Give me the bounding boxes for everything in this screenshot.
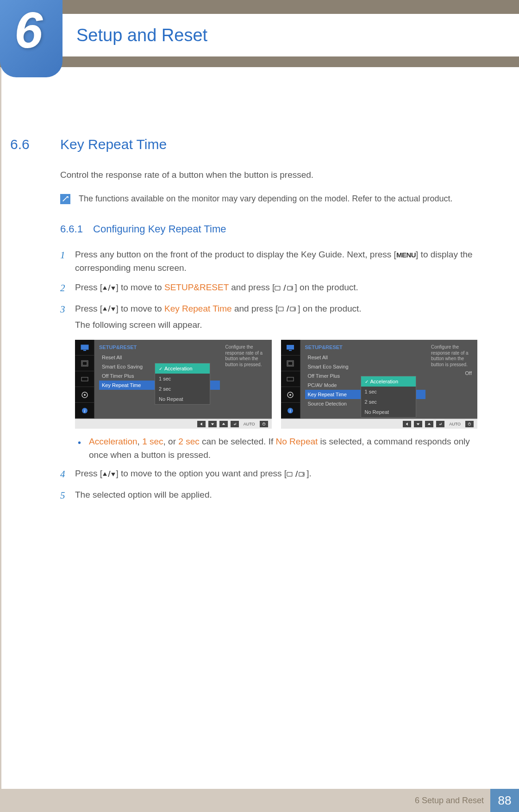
osd-popup-item: 2 sec	[155, 384, 210, 394]
svg-rect-5	[83, 350, 86, 351]
enter-icon: /	[287, 468, 306, 481]
osd-popup-item-selected: Acceleration	[155, 363, 210, 374]
up-down-icon: /	[102, 468, 116, 481]
info-icon: i	[75, 403, 94, 418]
osd-help-panel: Configure the response rate of a button …	[222, 340, 272, 418]
settings-icon	[75, 387, 94, 403]
header-bar: 6 Setup and Reset	[0, 0, 519, 67]
down-button-icon	[208, 421, 217, 427]
up-down-icon: /	[102, 281, 116, 295]
section-heading: 6.6 Key Repeat Time	[0, 137, 477, 152]
subsection-heading: 6.6.1 Configuring Key Repeat Time	[60, 223, 477, 235]
enter-button-icon	[231, 421, 239, 427]
step-number: 3	[60, 302, 75, 332]
step-text: Press [	[75, 304, 102, 313]
option-1sec: 1 sec	[142, 437, 163, 446]
step-2: 2 Press [/] to move to SETUP&RESET and p…	[60, 281, 477, 296]
screen-icon	[75, 371, 94, 387]
enter-button-icon	[436, 421, 444, 427]
step-text: ] to move to	[116, 304, 164, 313]
up-button-icon	[219, 421, 228, 427]
monitor-icon	[75, 340, 94, 356]
footer: 6 Setup and Reset 88	[0, 789, 519, 812]
note-icon	[60, 194, 70, 204]
osd-popup-item: No Repeat	[155, 394, 210, 404]
svg-rect-27	[299, 472, 304, 476]
svg-rect-8	[81, 377, 88, 381]
enter-icon: /	[278, 302, 298, 316]
osd-main: SETUP&RESET Reset All Smart Eco Saving O…	[300, 340, 428, 418]
step-number: 4	[60, 467, 75, 482]
osd-menu-item: Smart Eco Saving	[305, 362, 426, 371]
osd-main: SETUP&RESET Reset All Smart Eco Saving O…	[94, 340, 222, 418]
svg-rect-3	[290, 307, 295, 311]
power-button-icon	[260, 421, 268, 427]
osd-value-off: Off	[431, 370, 474, 377]
osd-button-bar: AUTO	[281, 418, 478, 429]
step-text: and press [	[232, 304, 278, 313]
svg-rect-4	[81, 345, 88, 350]
down-button-icon	[414, 421, 422, 427]
osd-popup-item: 1 sec	[361, 387, 416, 397]
chapter-number-block: 6	[0, 0, 63, 77]
osd-popup-item: 1 sec	[155, 374, 210, 384]
svg-rect-26	[287, 472, 292, 476]
svg-point-10	[84, 394, 86, 396]
subsection-title: Configuring Key Repeat Time	[93, 223, 226, 235]
osd-header: SETUP&RESET	[99, 344, 220, 350]
osd-help-text: Configure the response rate of a button …	[225, 344, 268, 368]
step-text: ] on the product.	[295, 282, 358, 292]
osd-popup-item: 2 sec	[361, 397, 416, 407]
note-text: The functions available on the monitor m…	[79, 193, 452, 205]
svg-rect-15	[287, 345, 294, 350]
step-number: 2	[60, 281, 75, 296]
auto-label: AUTO	[449, 422, 461, 426]
svg-rect-18	[288, 362, 293, 365]
osd-popup-item-selected: Acceleration	[361, 376, 416, 387]
bullet-note: • Acceleration, 1 sec, or 2 sec can be s…	[78, 435, 477, 462]
osd-button-bar: AUTO	[75, 418, 272, 429]
menu-target: SETUP&RESET	[164, 282, 229, 292]
step-1: 1 Press any button on the front of the p…	[60, 248, 477, 275]
up-button-icon	[425, 421, 433, 427]
step-text: ] to move to	[116, 282, 164, 292]
osd-help-panel: Configure the response rate of a button …	[427, 340, 477, 418]
screen-icon	[281, 371, 300, 387]
osd-popup: Acceleration 1 sec 2 sec No Repeat	[155, 363, 210, 405]
option-acceleration: Acceleration	[89, 437, 138, 446]
section-intro: Control the response rate of a button wh…	[60, 170, 477, 180]
osd-screenshot-1: i SETUP&RESET Reset All Smart Eco Saving…	[75, 340, 272, 429]
step-text: The selected option will be applied.	[75, 488, 477, 503]
menu-target: Key Repeat Time	[164, 304, 232, 313]
step-number: 1	[60, 248, 75, 275]
osd-menu-item: Reset All	[99, 353, 220, 362]
osd-menu-item: Reset All	[305, 353, 426, 362]
option-norepeat: No Repeat	[275, 437, 318, 446]
step-text: Press [	[75, 468, 102, 478]
osd-popup: Acceleration 1 sec 2 sec No Repeat	[361, 376, 416, 418]
chapter-title: Setup and Reset	[76, 25, 207, 45]
option-2sec: 2 sec	[178, 437, 199, 446]
osd-screenshot-2: i SETUP&RESET Reset All Smart Eco Saving…	[281, 340, 478, 429]
step-5: 5 The selected option will be applied.	[60, 488, 477, 503]
left-button-icon	[197, 421, 206, 427]
section-title: Key Repeat Time	[60, 137, 167, 152]
page-number: 88	[490, 789, 519, 812]
chapter-number: 6	[14, 5, 43, 56]
osd-help-text: Configure the response rate of a button …	[431, 344, 474, 368]
enter-icon: /	[275, 281, 294, 295]
osd-header: SETUP&RESET	[305, 344, 426, 350]
svg-rect-19	[287, 377, 294, 381]
osd-sidebar: i	[281, 340, 300, 418]
svg-rect-1	[287, 286, 292, 290]
osd-screenshot-row: i SETUP&RESET Reset All Smart Eco Saving…	[75, 340, 477, 429]
left-button-icon	[403, 421, 411, 427]
text: ,	[138, 437, 143, 446]
note-row: The functions available on the monitor m…	[60, 193, 477, 205]
svg-rect-16	[289, 350, 292, 351]
osd-popup-item: No Repeat	[361, 407, 416, 417]
info-icon: i	[281, 403, 300, 418]
step-text: ].	[306, 468, 312, 478]
footer-text: 6 Setup and Reset	[415, 796, 484, 806]
step-number: 5	[60, 488, 75, 503]
